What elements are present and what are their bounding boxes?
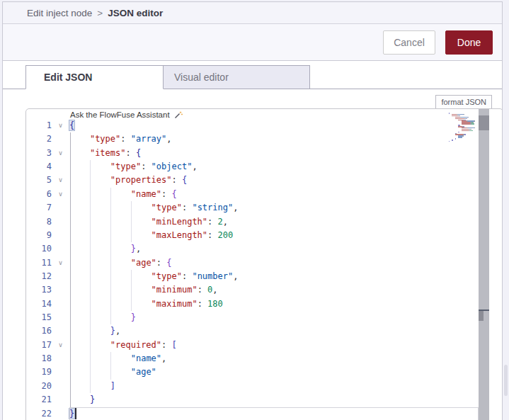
- fold-chevron-icon[interactable]: ∨: [52, 188, 69, 201]
- dialog-button-bar: Cancel Done: [3, 24, 502, 61]
- indent-guide: [110, 352, 111, 365]
- code-line[interactable]: "age": [69, 365, 503, 379]
- monaco-json-editor[interactable]: Ask the FlowFuse Assistant 1∨23∨45∨6∨789…: [25, 108, 503, 420]
- indent-guide: [70, 174, 71, 187]
- page-scrollbar[interactable]: [503, 0, 509, 420]
- breadcrumb-parent-link[interactable]: Edit inject node: [27, 8, 92, 18]
- breadcrumb: Edit inject node > JSON editor: [3, 2, 502, 24]
- editor-content-area: Edit JSON Visual editor format JSON Ask …: [3, 65, 502, 420]
- code-line[interactable]: {: [69, 119, 503, 132]
- gutter-row: 20: [26, 380, 69, 393]
- minimap[interactable]: [449, 113, 479, 155]
- fold-spacer: [52, 324, 69, 338]
- code-line[interactable]: "minLength": 2,: [69, 215, 503, 229]
- code-line[interactable]: "type": "array",: [69, 132, 503, 146]
- code-token: {: [166, 258, 171, 268]
- gutter-row: 12: [26, 270, 69, 283]
- fold-chevron-icon[interactable]: ∨: [52, 147, 69, 160]
- fold-chevron-icon[interactable]: ∨: [52, 339, 69, 352]
- cancel-button[interactable]: Cancel: [383, 30, 435, 55]
- code-token: "type": [90, 134, 120, 144]
- code-token: :: [125, 148, 135, 158]
- gutter-row: 3∨: [26, 147, 69, 160]
- code-line[interactable]: "properties": {: [69, 174, 503, 187]
- fold-spacer: [52, 283, 69, 297]
- code-line[interactable]: }: [69, 393, 503, 407]
- fold-chevron-icon[interactable]: ∨: [52, 174, 69, 187]
- code-token: "type": [110, 161, 141, 171]
- minimap-mark: [467, 118, 467, 120]
- indent-guide: [110, 256, 111, 270]
- indent-guide: [90, 380, 91, 393]
- code-line[interactable]: "items": {: [69, 147, 503, 160]
- code-token: :: [198, 285, 207, 295]
- code-token: :: [120, 134, 130, 144]
- code-line[interactable]: "name": {: [69, 188, 503, 201]
- minimap-mark: [464, 114, 464, 115]
- line-number: 12: [26, 270, 52, 283]
- editor-vertical-scrollbar[interactable]: [479, 109, 489, 420]
- code-area[interactable]: { "type": "array", "items": { "type": "o…: [69, 119, 503, 420]
- text-cursor: [75, 408, 76, 419]
- code-line[interactable]: }: [69, 311, 503, 324]
- code-line[interactable]: "name",: [69, 352, 503, 365]
- fold-spacer: [52, 160, 69, 174]
- code-token: "number": [192, 271, 233, 281]
- minimap-mark: [471, 123, 474, 125]
- gutter-row: 11∨: [26, 256, 69, 270]
- indent-guide: [90, 201, 91, 215]
- code-token: "age": [131, 367, 156, 377]
- indent-guide: [90, 229, 91, 242]
- line-number: 10: [26, 242, 52, 256]
- code-token: {: [69, 120, 74, 130]
- tab-edit-json[interactable]: Edit JSON: [25, 65, 164, 89]
- code-line[interactable]: "age": {: [69, 256, 503, 270]
- tab-visual-editor[interactable]: Visual editor: [164, 65, 310, 89]
- code-line[interactable]: },: [69, 242, 503, 256]
- code-line[interactable]: "minimum": 0,: [69, 283, 503, 297]
- code-token: ,: [166, 134, 171, 144]
- code-token: [69, 189, 131, 199]
- code-token: :: [182, 271, 192, 281]
- code-line[interactable]: "type": "string",: [69, 201, 503, 215]
- fold-chevron-icon[interactable]: ∨: [52, 256, 69, 270]
- indent-guide: [131, 229, 132, 242]
- code-line[interactable]: },: [69, 324, 503, 338]
- format-json-button[interactable]: format JSON: [435, 95, 492, 109]
- indent-guide: [90, 256, 91, 270]
- assistant-hint[interactable]: Ask the FlowFuse Assistant: [70, 110, 183, 119]
- fold-spacer: [52, 352, 69, 365]
- code-token: "minLength": [151, 217, 207, 227]
- indent-guide: [70, 283, 71, 297]
- indent-guide: [131, 270, 132, 283]
- code-line[interactable]: }: [69, 407, 503, 420]
- code-token: "maxLength": [151, 230, 207, 240]
- gutter-row: 14: [26, 297, 69, 311]
- indent-guide: [110, 188, 111, 201]
- indent-guide: [70, 270, 71, 283]
- code-line[interactable]: "maximum": 180: [69, 297, 503, 311]
- indent-guide: [90, 297, 91, 311]
- code-line[interactable]: ]: [69, 380, 503, 393]
- code-line[interactable]: "maxLength": 200: [69, 229, 503, 242]
- fold-spacer: [52, 393, 69, 407]
- minimap-mark: [452, 140, 452, 141]
- line-number: 21: [26, 393, 52, 407]
- gutter-row: 18: [26, 352, 69, 365]
- code-line[interactable]: "type": "number",: [69, 270, 503, 283]
- code-token: ,: [115, 326, 120, 336]
- page-scrollbar-thumb[interactable]: [504, 365, 508, 396]
- line-number: 17: [26, 339, 52, 352]
- code-token: 180: [207, 299, 223, 309]
- code-line[interactable]: "type": "object",: [69, 160, 503, 174]
- scrollbar-thumb[interactable]: [479, 115, 489, 130]
- indent-guide: [90, 311, 91, 324]
- done-button[interactable]: Done: [445, 30, 493, 55]
- fold-chevron-icon[interactable]: ∨: [52, 119, 69, 132]
- wand-sparkles-icon: [174, 110, 183, 119]
- code-token: "object": [151, 161, 193, 171]
- code-line[interactable]: "required": [: [69, 339, 503, 352]
- minimap-mark: [455, 138, 456, 140]
- assistant-hint-label: Ask the FlowFuse Assistant: [70, 110, 170, 119]
- code-token: :: [182, 203, 192, 212]
